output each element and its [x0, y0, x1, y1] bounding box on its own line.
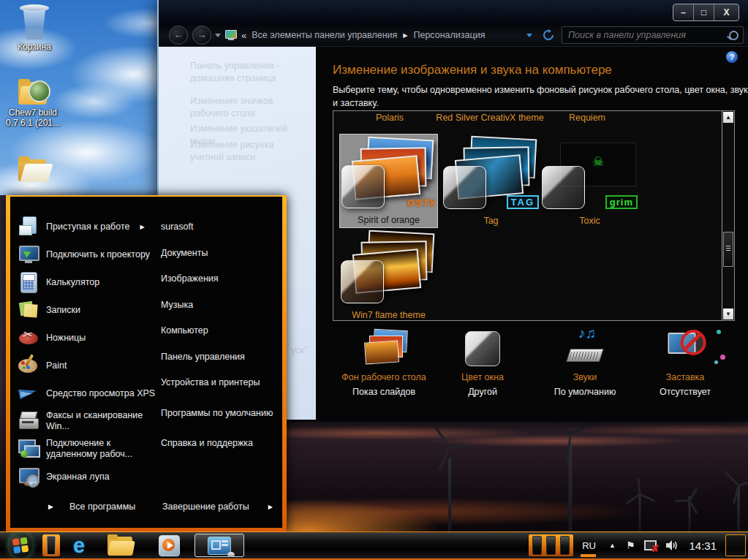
skull-icon: ☠ — [592, 155, 603, 169]
address-dropdown-icon[interactable] — [526, 34, 532, 37]
sidebar-link-account-picture[interactable]: Изменение рисунка учетной записи — [190, 139, 307, 164]
sidebar-link-desktop-icons[interactable]: Изменение значков рабочего стола — [190, 95, 307, 120]
setting-screensaver[interactable]: Заставка Отсутствует — [630, 328, 740, 397]
menu-item-getting-started[interactable]: Приступая к работе ▶ — [18, 213, 158, 241]
menu-item-sticky-notes[interactable]: Записки — [18, 296, 158, 324]
windows-explorer-icon[interactable] — [107, 534, 135, 556]
theme-tile-win7-flame[interactable]: Win7 flame theme — [339, 228, 438, 322]
desktop-icon-label: Chew7 build 0.7.6.1 (201... — [0, 107, 66, 128]
maximize-button[interactable]: □ — [694, 4, 714, 20]
shutdown-button[interactable]: Завершение работы ▶ — [162, 502, 273, 512]
minimize-button[interactable]: – — [673, 4, 694, 20]
desktop-icon-chew7-folder[interactable]: Chew7 build 0.7.6.1 (201... — [0, 79, 66, 128]
screensaver-link[interactable]: Заставка — [630, 372, 740, 382]
theme-group-label[interactable]: Red Silver CreativX theme — [434, 113, 545, 124]
menu-item-xps-viewer[interactable]: Средство просмотра XPS — [18, 379, 158, 407]
folder-icon — [17, 79, 49, 105]
taskbar-separator — [42, 534, 60, 556]
submenu-arrow-icon: ▶ — [140, 222, 144, 232]
search-box — [562, 26, 744, 44]
media-player-icon[interactable] — [156, 534, 181, 557]
search-icon[interactable] — [729, 31, 738, 40]
menu-item-snipping-tool[interactable]: ✂ Ножницы — [18, 324, 158, 352]
theme-tile-spirit-of-orange[interactable]: OSTX Spirit of orange — [339, 134, 438, 228]
theme-tile-toxic[interactable]: ☠ grim Toxic — [540, 134, 639, 228]
refresh-icon[interactable] — [543, 29, 554, 41]
breadcrumb-item-personalization[interactable]: Персонализация — [413, 30, 485, 40]
menu-item-magnifier[interactable]: Экранная лупа — [18, 463, 158, 491]
menu-item-connect-projector[interactable]: Подключить к проектору — [18, 241, 158, 268]
themes-scrollbar[interactable]: ▲ ▼ — [722, 111, 734, 320]
theme-tile-tag[interactable]: TAG Tag — [442, 134, 540, 228]
close-button[interactable]: X — [714, 4, 738, 20]
taskbar-clock[interactable]: 14:31 — [689, 540, 717, 552]
menu-item-pictures[interactable]: Изображения — [161, 266, 282, 292]
calculator-icon — [18, 271, 39, 293]
menu-item-computer[interactable]: Компьютер — [161, 318, 282, 344]
theme-badge: TAG — [507, 195, 539, 209]
menu-item-calculator[interactable]: Калькулятор — [18, 268, 158, 296]
setting-window-color[interactable]: Цвет окна Другой — [428, 328, 537, 397]
taskbar-active-personalization[interactable] — [194, 534, 244, 557]
all-programs-button[interactable]: ▶ Все программы — [48, 502, 135, 512]
action-center-flag-icon[interactable]: ⚑ — [626, 540, 635, 551]
history-dropdown-icon[interactable] — [215, 34, 221, 37]
scroll-up-button[interactable]: ▲ — [723, 112, 733, 123]
menu-item-help-support[interactable]: Справка и поддержка — [161, 431, 282, 457]
menu-item-devices-printers[interactable]: Устройства и принтеры — [161, 370, 282, 396]
sounds-value: По умолчанию — [530, 387, 640, 397]
start-button[interactable] — [7, 532, 34, 559]
menu-item-label: Подключение к удаленному рабоч... — [46, 438, 158, 460]
start-menu-panel: Приступая к работе ▶ Подключить к проект… — [10, 197, 282, 528]
theme-group-label[interactable]: Polaris — [354, 113, 426, 124]
menu-item-fax-scan[interactable]: Факсы и сканирование Win... — [18, 407, 158, 435]
help-icon[interactable]: ? — [726, 51, 738, 63]
menu-item-user[interactable]: surasoft — [161, 214, 282, 241]
show-hidden-icons-button[interactable]: ▲ — [609, 542, 616, 549]
music-notes-icon: ♪♫ — [578, 325, 596, 341]
breadcrumb-collapse[interactable]: « — [241, 30, 246, 41]
wind-turbine — [720, 472, 748, 531]
menu-item-label: Приступая к работе — [46, 222, 129, 232]
glass-square-icon — [341, 260, 384, 303]
internet-explorer-icon[interactable]: e — [73, 534, 85, 556]
glass-square-icon — [443, 166, 486, 209]
desktop-icon-label: Корзина — [1, 42, 67, 52]
back-button[interactable]: ← — [169, 26, 188, 45]
sidebar-link-home[interactable]: Панель управления - домашняя страница — [190, 60, 307, 85]
menu-item-control-panel[interactable]: Панель управления — [161, 344, 282, 371]
theme-name: Win7 flame theme — [339, 310, 438, 320]
menu-item-default-programs[interactable]: Программы по умолчанию — [161, 396, 282, 431]
forward-button[interactable]: → — [192, 26, 211, 45]
glass-square-icon — [542, 166, 585, 209]
menu-item-music[interactable]: Музыка — [161, 292, 282, 319]
desktop: Корзина Chew7 build 0.7.6.1 (201... – □ … — [0, 0, 748, 560]
volume-icon[interactable] — [665, 540, 679, 551]
menu-item-label: Факсы и сканирование Win... — [46, 410, 158, 432]
window-color-link[interactable]: Цвет окна — [428, 372, 537, 382]
theme-badge: OSTX — [407, 197, 436, 208]
personalization-task-icon — [208, 537, 231, 555]
scroll-down-button[interactable]: ▼ — [723, 309, 733, 319]
start-menu-right-column: surasoft Документы Изображения Музыка Ко… — [161, 214, 282, 456]
language-indicator[interactable]: RU — [581, 540, 597, 551]
show-desktop-button[interactable] — [725, 534, 746, 556]
desktop-background-link[interactable]: Фон рабочего стола — [329, 372, 439, 382]
setting-sounds[interactable]: ♪♫ Звуки По умолчанию — [530, 328, 640, 397]
sidebar-partial-text: уск" — [291, 345, 307, 355]
sounds-link[interactable]: Звуки — [530, 372, 640, 382]
shutdown-label: Завершение работы — [162, 502, 249, 512]
breadcrumb-item-all-items[interactable]: Все элементы панели управления — [252, 30, 397, 40]
menu-item-label: Записки — [46, 305, 80, 316]
window-titlebar[interactable]: – □ X — [159, 0, 748, 24]
menu-item-documents[interactable]: Документы — [161, 241, 282, 267]
menu-item-remote-desktop[interactable]: Подключение к удаленному рабоч... — [18, 435, 158, 463]
setting-desktop-background[interactable]: Фон рабочего стола Показ слайдов — [329, 328, 439, 397]
theme-group-label[interactable]: Requiem — [551, 113, 623, 124]
scrollbar-thumb[interactable] — [723, 232, 733, 267]
search-input[interactable] — [567, 29, 729, 41]
desktop-icon-open-folder[interactable] — [0, 156, 66, 183]
network-status-icon[interactable]: ✘ — [643, 540, 658, 552]
menu-item-paint[interactable]: Paint — [18, 352, 158, 379]
desktop-icon-recycle-bin[interactable]: Корзина — [1, 4, 67, 52]
